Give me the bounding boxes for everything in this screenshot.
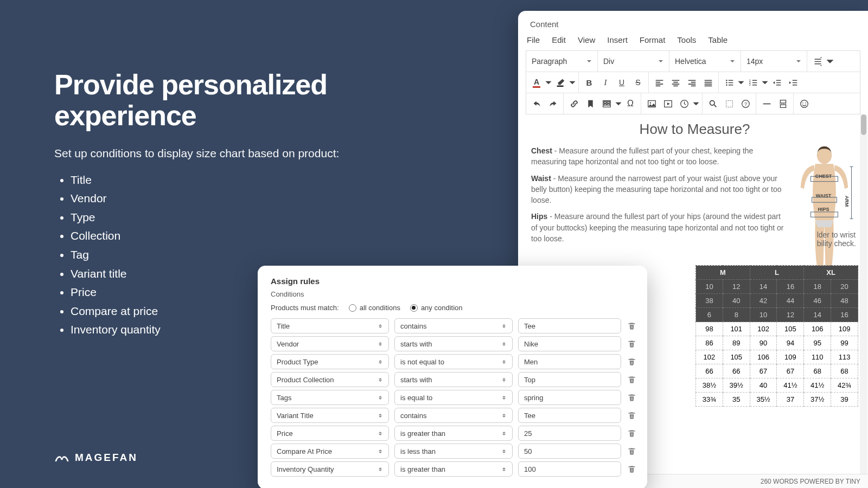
hero-bullet: Collection bbox=[71, 227, 380, 245]
hr-button[interactable] bbox=[758, 95, 775, 112]
align-center-button[interactable] bbox=[667, 74, 684, 91]
delete-condition-button[interactable] bbox=[627, 357, 636, 367]
table-button[interactable] bbox=[598, 95, 615, 112]
scrollbar-track[interactable] bbox=[860, 114, 867, 478]
delete-condition-button[interactable] bbox=[627, 393, 636, 402]
text-color-button[interactable]: A bbox=[528, 74, 545, 91]
condition-operator-select[interactable]: starts with bbox=[394, 372, 513, 387]
condition-field-select[interactable]: Product Type bbox=[271, 354, 389, 369]
condition-value-input[interactable] bbox=[518, 318, 621, 333]
match-mode-row: Products must match: all conditions any … bbox=[271, 304, 634, 312]
font-family-select[interactable]: Helvetica bbox=[669, 51, 741, 72]
condition-operator-select[interactable]: is greater than bbox=[394, 426, 513, 441]
menu-edit[interactable]: Edit bbox=[552, 35, 566, 44]
condition-operator-select[interactable]: is not equal to bbox=[394, 354, 513, 369]
radio-any-condition[interactable]: any condition bbox=[410, 304, 463, 312]
pagebreak-button[interactable] bbox=[775, 95, 791, 112]
highlight-color-button[interactable] bbox=[552, 74, 569, 91]
chevron-down-icon[interactable] bbox=[545, 74, 552, 91]
chevron-down-icon[interactable] bbox=[615, 95, 622, 112]
select-all-button[interactable] bbox=[721, 95, 737, 112]
bullet-list-button[interactable] bbox=[721, 74, 737, 91]
condition-field-select[interactable]: Title bbox=[271, 318, 389, 333]
condition-operator-select[interactable]: contains bbox=[394, 408, 513, 423]
indent-button[interactable] bbox=[785, 74, 801, 91]
menu-view[interactable]: View bbox=[578, 35, 595, 44]
condition-value-input[interactable] bbox=[518, 444, 621, 459]
condition-field-select[interactable]: Vendor bbox=[271, 336, 389, 351]
chevron-down-icon[interactable] bbox=[761, 74, 769, 91]
chevron-down-icon[interactable] bbox=[737, 74, 745, 91]
chevron-down-icon[interactable] bbox=[569, 74, 576, 91]
delete-condition-button[interactable] bbox=[627, 321, 636, 331]
align-right-button[interactable] bbox=[684, 74, 700, 91]
block-format-select[interactable]: Paragraph bbox=[526, 51, 598, 72]
strikethrough-button[interactable]: S bbox=[630, 74, 646, 91]
undo-button[interactable] bbox=[528, 95, 545, 112]
bookmark-button[interactable] bbox=[582, 95, 598, 112]
condition-value-input[interactable] bbox=[518, 426, 621, 441]
media-button[interactable] bbox=[660, 95, 676, 112]
hero-title: Provide personalized experience bbox=[54, 69, 380, 131]
condition-value-input[interactable] bbox=[518, 336, 621, 351]
div-select[interactable]: Div bbox=[598, 51, 669, 72]
size-table: MLXL101214161820384042444648681012141698… bbox=[695, 265, 858, 407]
condition-operator-select[interactable]: is greater than bbox=[394, 461, 513, 477]
condition-operator-select[interactable]: is equal to bbox=[394, 390, 513, 405]
redo-button[interactable] bbox=[545, 95, 561, 112]
delete-condition-button[interactable] bbox=[627, 428, 636, 438]
delete-condition-button[interactable] bbox=[627, 446, 636, 456]
delete-condition-button[interactable] bbox=[627, 464, 636, 474]
special-char-button[interactable]: Ω bbox=[622, 95, 639, 112]
hero-bullet: Vendor bbox=[71, 190, 380, 208]
font-size-select[interactable]: 14px bbox=[741, 51, 807, 72]
svg-text:3: 3 bbox=[749, 83, 750, 86]
help-button[interactable]: ? bbox=[737, 95, 754, 112]
search-button[interactable] bbox=[705, 95, 721, 112]
hero-bullet: Tag bbox=[71, 246, 380, 264]
menu-format[interactable]: Format bbox=[640, 35, 666, 44]
condition-field-select[interactable]: Product Collection bbox=[271, 372, 389, 387]
chevron-down-icon[interactable] bbox=[826, 53, 834, 69]
condition-operator-select[interactable]: contains bbox=[394, 318, 513, 333]
chevron-down-icon[interactable] bbox=[692, 95, 700, 112]
condition-value-input[interactable] bbox=[518, 354, 621, 369]
condition-field-select[interactable]: Variant Title bbox=[271, 408, 389, 423]
emoji-button[interactable] bbox=[796, 95, 812, 112]
condition-value-input[interactable] bbox=[518, 390, 621, 405]
menu-table[interactable]: Table bbox=[708, 35, 727, 44]
condition-value-input[interactable] bbox=[518, 372, 621, 387]
outdent-button[interactable] bbox=[769, 74, 785, 91]
svg-point-16 bbox=[800, 100, 808, 107]
numbered-list-button[interactable]: 123 bbox=[745, 74, 761, 91]
condition-value-input[interactable] bbox=[518, 408, 621, 423]
condition-operator-select[interactable]: is less than bbox=[394, 444, 513, 459]
condition-value-input[interactable] bbox=[518, 461, 621, 477]
align-justify-button[interactable] bbox=[700, 74, 716, 91]
radio-all-conditions[interactable]: all conditions bbox=[349, 304, 400, 312]
condition-field-select[interactable]: Tags bbox=[271, 390, 389, 405]
delete-condition-button[interactable] bbox=[627, 339, 636, 349]
bold-button[interactable]: B bbox=[581, 74, 597, 91]
menu-insert[interactable]: Insert bbox=[607, 35, 628, 44]
condition-operator-select[interactable]: starts with bbox=[394, 336, 513, 351]
editor-section-label: Content bbox=[518, 11, 868, 32]
delete-condition-button[interactable] bbox=[627, 375, 636, 384]
svg-point-1 bbox=[726, 79, 727, 81]
editor-menubar: FileEditViewInsertFormatToolsTable bbox=[518, 32, 868, 50]
menu-file[interactable]: File bbox=[527, 35, 540, 44]
svg-point-2 bbox=[726, 82, 727, 84]
image-button[interactable] bbox=[643, 95, 660, 112]
condition-field-select[interactable]: Inventory Quantity bbox=[271, 461, 389, 477]
scrollbar-thumb[interactable] bbox=[861, 114, 866, 135]
menu-tools[interactable]: Tools bbox=[677, 35, 696, 44]
datetime-button[interactable] bbox=[676, 95, 692, 112]
align-left-button[interactable] bbox=[651, 74, 667, 91]
delete-condition-button[interactable] bbox=[627, 410, 636, 420]
condition-field-select[interactable]: Price bbox=[271, 426, 389, 441]
condition-field-select[interactable]: Compare At Price bbox=[271, 444, 389, 459]
underline-button[interactable]: U bbox=[614, 74, 630, 91]
link-button[interactable] bbox=[566, 95, 582, 112]
line-height-button[interactable] bbox=[809, 53, 826, 69]
italic-button[interactable]: I bbox=[597, 74, 614, 91]
